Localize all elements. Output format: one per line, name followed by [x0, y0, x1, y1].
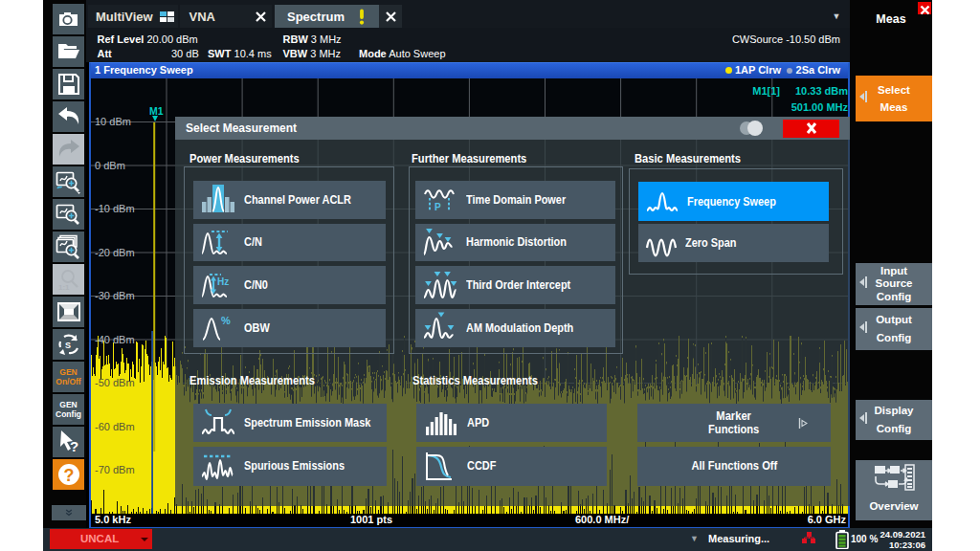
svg-text:1:1: 1:1: [58, 283, 70, 292]
svg-text:Hz: Hz: [217, 276, 229, 287]
svg-text:?: ?: [63, 466, 74, 485]
svg-text:%: %: [221, 315, 231, 326]
svg-text:P: P: [434, 202, 441, 212]
svg-text:?: ?: [70, 438, 78, 454]
svg-text:S: S: [65, 341, 71, 350]
